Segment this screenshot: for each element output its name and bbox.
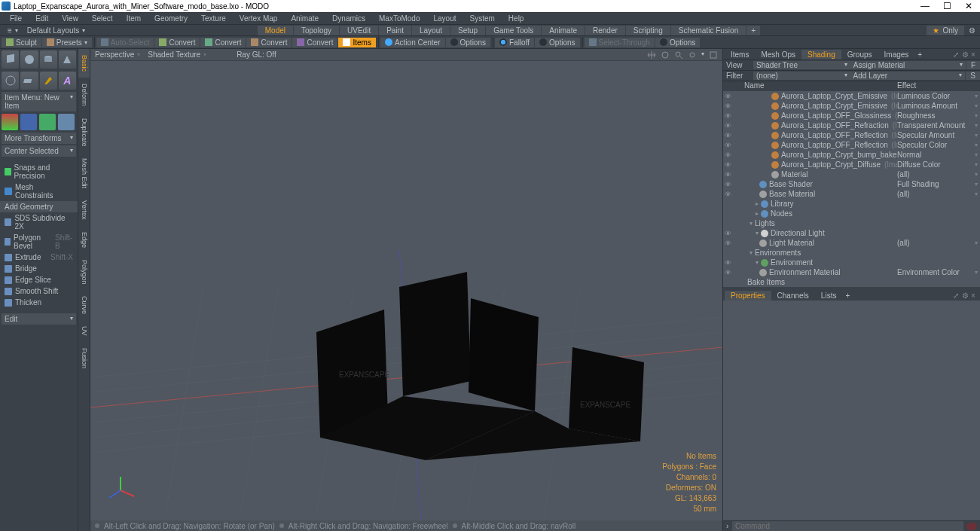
prim-cylinder-icon[interactable] <box>40 50 57 69</box>
visibility-icon[interactable]: 👁 <box>723 112 732 120</box>
snaps-precision-item[interactable]: Snaps and Precision <box>0 162 78 182</box>
rotate-view-icon[interactable] <box>661 50 670 60</box>
effect-dropdown-icon[interactable]: ▾ <box>972 181 980 188</box>
extrude-item[interactable]: ExtrudeShift-X <box>0 252 78 263</box>
tree-row[interactable]: 👁Aurora_Laptop_Crypt_Emissive (Image) (2… <box>723 91 980 101</box>
layout-tab-setup[interactable]: Setup <box>450 26 485 35</box>
expand-icon[interactable]: ⤢ <box>953 50 960 58</box>
maximize-button[interactable]: ☐ <box>943 2 951 10</box>
tree-item-effect[interactable]: (all) <box>897 239 972 247</box>
close-button[interactable]: ✕ <box>965 2 972 10</box>
visibility-icon[interactable]: 👁 <box>723 132 732 139</box>
vtab-duplicate[interactable]: Duplicate <box>78 112 90 153</box>
tree-item-effect[interactable]: Luminous Color <box>897 92 972 100</box>
vtab-deform[interactable]: Deform <box>78 78 90 112</box>
gear-icon[interactable]: ⚙ <box>962 291 969 299</box>
tree-row[interactable]: 👁Aurora_Laptop_Crypt_bump_baked (Image)N… <box>723 150 980 160</box>
expand-icon[interactable]: ▾ <box>747 249 755 256</box>
tree-row[interactable]: ▾Lights <box>723 218 980 228</box>
close-icon[interactable]: × <box>971 291 978 299</box>
layout-tab-paint[interactable]: Paint <box>379 26 411 35</box>
prim-sphere-icon[interactable] <box>20 50 38 69</box>
items-button[interactable]: Items <box>338 38 375 47</box>
edit-dropdown[interactable]: Edit <box>2 313 76 325</box>
tree-row[interactable]: Bake Items <box>723 277 980 287</box>
edge-slice-item[interactable]: Edge Slice <box>0 274 78 285</box>
layout-tab-schematic-fusion[interactable]: Schematic Fusion <box>671 26 746 35</box>
visibility-icon[interactable]: 👁 <box>723 122 732 130</box>
shader-view-dropdown[interactable]: Shader Tree <box>753 61 850 69</box>
visibility-icon[interactable]: 👁 <box>723 151 732 159</box>
tree-item-effect[interactable]: Diffuse Color <box>897 160 972 169</box>
raygl-status[interactable]: Ray GL: Off <box>237 50 276 59</box>
menu-item[interactable]: Item <box>120 14 148 23</box>
tab-add[interactable]: + <box>842 291 853 301</box>
layout-preset-icon[interactable]: ≡ <box>0 26 20 35</box>
move-view-icon[interactable] <box>647 50 656 60</box>
menu-help[interactable]: Help <box>502 14 531 23</box>
tree-item-effect[interactable]: Full Shading <box>897 180 972 188</box>
tree-item-effect[interactable]: Specular Color <box>897 141 972 149</box>
vtab-fusion[interactable]: Fusion <box>78 342 90 374</box>
tree-item-effect[interactable]: (all) <box>897 190 972 198</box>
visibility-icon[interactable]: 👁 <box>723 142 732 149</box>
menu-texture[interactable]: Texture <box>194 14 233 23</box>
layout-tab-scripting[interactable]: Scripting <box>626 26 670 35</box>
vtab-mesh-edit[interactable]: Mesh Edit <box>78 152 90 194</box>
tree-row[interactable]: 👁▾Directional Light <box>723 228 980 238</box>
autoselect-button[interactable]: Auto-Select <box>96 38 154 47</box>
sds-subdivide-item[interactable]: SDS Subdivide 2X <box>0 212 78 232</box>
minimize-button[interactable]: — <box>920 2 930 10</box>
move-tool-icon[interactable] <box>2 114 18 130</box>
tree-item-effect[interactable]: Roughness <box>897 111 972 120</box>
tree-row[interactable]: 👁Base ShaderFull Shading▾ <box>723 179 980 189</box>
view-type-dropdown[interactable]: Perspective <box>95 50 140 59</box>
prim-torus-icon[interactable] <box>2 72 19 90</box>
tree-item-effect[interactable]: (all) <box>897 170 972 179</box>
tree-item-effect[interactable]: Specular Amount <box>897 131 972 139</box>
effect-dropdown-icon[interactable]: ▾ <box>972 132 980 139</box>
effect-dropdown-icon[interactable]: ▾ <box>972 122 980 129</box>
tree-row[interactable]: 👁Aurora_Laptop_OFF_Reflection (Image)Spe… <box>723 140 980 150</box>
tree-row[interactable]: 👁Aurora_Laptop_Crypt_Emissive (Image)Lum… <box>723 101 980 111</box>
mesh-constraints-item[interactable]: Mesh Constraints <box>0 182 78 201</box>
presets-button[interactable]: Presets▾ <box>42 38 92 47</box>
prim-cube-icon[interactable] <box>2 50 19 69</box>
tree-row[interactable]: ▸Library <box>723 199 980 209</box>
visibility-icon[interactable]: 👁 <box>723 161 732 169</box>
tree-item-effect[interactable]: Transparent Amount <box>897 121 972 130</box>
effect-dropdown-icon[interactable]: ▾ <box>972 112 980 119</box>
effect-dropdown-icon[interactable]: ▾ <box>972 191 980 197</box>
tree-row[interactable]: ▸Nodes <box>723 209 980 218</box>
vtab-vertex[interactable]: Vertex <box>78 194 90 226</box>
effect-dropdown-icon[interactable]: ▾ <box>972 142 980 148</box>
tree-row[interactable]: 👁Aurora_Laptop_Crypt_Diffuse (Image)Diff… <box>723 160 980 169</box>
visibility-icon[interactable]: 👁 <box>723 240 732 247</box>
effect-dropdown-icon[interactable]: ▾ <box>972 102 980 109</box>
tree-row[interactable]: ▾Environments <box>723 248 980 258</box>
maximize-view-icon[interactable] <box>709 50 718 60</box>
tree-row[interactable]: 👁Aurora_Laptop_OFF_Glossiness (Image)Rou… <box>723 111 980 121</box>
options-button-2[interactable]: Options <box>535 38 579 47</box>
effect-dropdown-icon[interactable]: ▾ <box>972 161 980 168</box>
tree-row[interactable]: 👁Environment MaterialEnvironment Color▾ <box>723 267 980 277</box>
visibility-icon[interactable]: 👁 <box>723 171 732 179</box>
visibility-icon[interactable]: 👁 <box>723 181 732 188</box>
command-input[interactable] <box>732 521 963 531</box>
tree-row[interactable]: 👁Light Material(all)▾ <box>723 238 980 248</box>
menu-animate[interactable]: Animate <box>284 14 325 23</box>
tree-row[interactable]: 👁▾Environment <box>723 258 980 267</box>
3d-viewport[interactable]: EXPANSCAPE EXPANSCAPE No Items Polygons … <box>90 61 722 520</box>
tree-row[interactable]: 👁Base Material(all)▾ <box>723 189 980 199</box>
expand-icon[interactable]: ▾ <box>753 259 761 266</box>
effect-dropdown-icon[interactable]: ▾ <box>972 240 980 246</box>
tree-row[interactable]: 👁Aurora_Laptop_OFF_Refraction (Image)Tra… <box>723 121 980 130</box>
tree-item-effect[interactable]: Luminous Amount <box>897 102 972 110</box>
layout-tab-uvedit[interactable]: UVEdit <box>340 26 378 35</box>
menu-edit[interactable]: Edit <box>29 14 55 23</box>
layout-tab-model[interactable]: Model <box>258 26 293 35</box>
convert-button-4[interactable]: Convert <box>292 38 337 47</box>
visibility-icon[interactable]: 👁 <box>723 230 732 237</box>
menu-geometry[interactable]: Geometry <box>148 14 194 23</box>
vtab-uv[interactable]: UV <box>78 320 90 342</box>
